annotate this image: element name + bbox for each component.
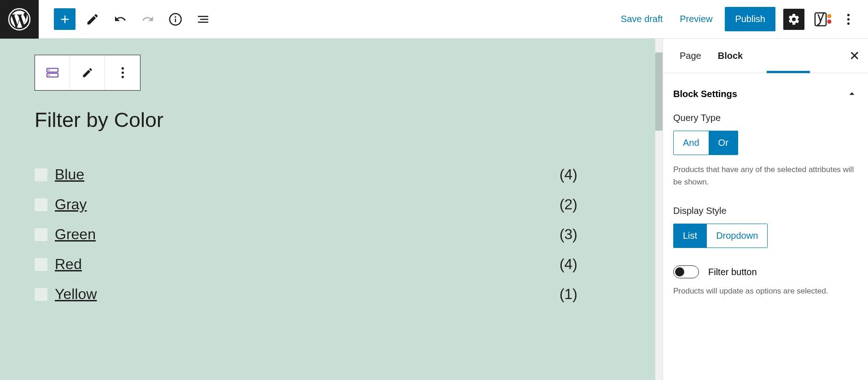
query-type-or-button[interactable]: Or	[709, 131, 738, 155]
display-style-group: List Dropdown	[673, 224, 768, 248]
filter-item[interactable]: Gray(2)	[35, 190, 628, 219]
query-type-group: And Or	[673, 131, 738, 155]
display-style-dropdown-button[interactable]: Dropdown	[707, 224, 767, 248]
filter-checkbox[interactable]	[35, 228, 47, 241]
editor-canvas[interactable]: Filter by Color Blue(4)Gray(2)Green(3)Re…	[0, 39, 663, 380]
svg-rect-3	[175, 18, 176, 22]
svg-point-12	[48, 69, 50, 71]
filter-label[interactable]: Green	[55, 226, 96, 243]
svg-point-9	[847, 22, 849, 24]
info-button[interactable]	[164, 8, 186, 30]
save-draft-button[interactable]: Save draft	[616, 10, 667, 28]
filter-item[interactable]: Green(3)	[35, 219, 628, 249]
block-type-button[interactable]	[35, 55, 70, 90]
filter-label[interactable]: Blue	[55, 166, 84, 183]
edit-block-button[interactable]	[70, 55, 105, 90]
svg-point-6	[827, 19, 832, 23]
redo-button	[137, 8, 158, 30]
svg-point-16	[121, 76, 123, 78]
filter-button-toggle-label: Filter button	[708, 267, 757, 277]
block-more-button[interactable]	[105, 55, 140, 90]
outline-button[interactable]	[192, 8, 214, 30]
filter-label[interactable]: Gray	[55, 196, 87, 213]
close-sidebar-button[interactable]: ✕	[849, 48, 860, 63]
canvas-scrollbar[interactable]	[655, 39, 663, 380]
svg-point-2	[175, 16, 176, 18]
preview-button[interactable]: Preview	[675, 10, 717, 28]
svg-rect-4	[815, 13, 826, 26]
filter-item[interactable]: Yellow(1)	[35, 279, 628, 309]
query-type-label: Query Type	[673, 113, 858, 123]
panel-title: Block Settings	[673, 89, 737, 99]
filter-button-toggle[interactable]	[673, 265, 699, 278]
settings-button[interactable]	[783, 9, 804, 30]
tab-block[interactable]: Block	[710, 40, 751, 72]
filter-item[interactable]: Blue(4)	[35, 160, 628, 190]
svg-point-7	[847, 14, 849, 16]
more-menu-button[interactable]	[841, 9, 855, 30]
filter-count: (2)	[559, 196, 628, 213]
publish-button[interactable]: Publish	[725, 7, 775, 31]
filter-count: (3)	[559, 226, 628, 243]
yoast-button[interactable]	[812, 9, 833, 30]
display-style-list-button[interactable]: List	[674, 224, 707, 248]
filter-checkbox[interactable]	[35, 288, 47, 301]
filter-count: (4)	[559, 166, 628, 183]
edit-mode-button[interactable]	[82, 8, 103, 30]
svg-point-14	[121, 67, 123, 69]
block-heading[interactable]: Filter by Color	[35, 108, 628, 132]
svg-point-5	[827, 14, 832, 18]
svg-point-8	[847, 18, 849, 20]
display-style-label: Display Style	[673, 206, 858, 216]
svg-point-13	[48, 75, 50, 76]
query-type-help: Products that have any of the selected a…	[673, 163, 858, 188]
filter-checkbox[interactable]	[35, 258, 47, 271]
filter-count: (4)	[559, 256, 628, 273]
scrollbar-thumb[interactable]	[655, 52, 663, 131]
filter-label[interactable]: Red	[55, 256, 82, 273]
filter-item[interactable]: Red(4)	[35, 249, 628, 279]
svg-point-15	[121, 71, 123, 74]
add-block-button[interactable]	[54, 8, 76, 30]
query-type-and-button[interactable]: And	[674, 131, 709, 155]
chevron-up-icon	[846, 88, 858, 100]
undo-button[interactable]	[109, 8, 131, 30]
panel-block-settings-toggle[interactable]: Block Settings	[663, 83, 868, 113]
wordpress-logo[interactable]	[0, 0, 39, 39]
filter-list: Blue(4)Gray(2)Green(3)Red(4)Yellow(1)	[35, 160, 628, 309]
filter-button-help: Products will update as options are sele…	[663, 285, 868, 297]
filter-checkbox[interactable]	[35, 168, 47, 181]
filter-label[interactable]: Yellow	[55, 286, 97, 303]
filter-count: (1)	[559, 286, 628, 303]
block-toolbar	[35, 55, 140, 91]
filter-checkbox[interactable]	[35, 198, 47, 211]
tab-page[interactable]: Page	[671, 40, 710, 72]
